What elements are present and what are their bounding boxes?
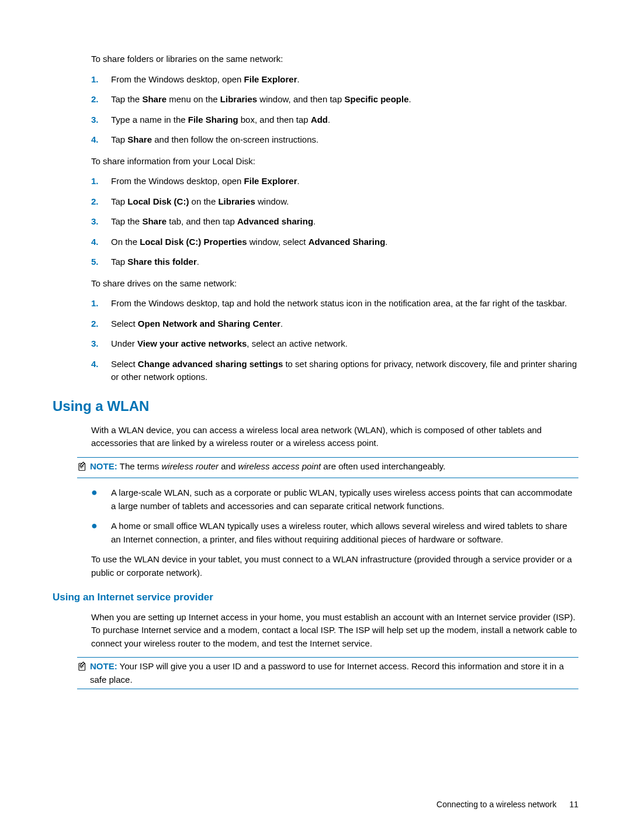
isp-note: NOTE: Your ISP will give you a user ID a… xyxy=(77,657,578,689)
bold-text: File Explorer xyxy=(244,176,297,186)
step-text: From the Windows desktop, tap and hold t… xyxy=(111,297,578,310)
step-item: 5.Tap Share this folder. xyxy=(91,255,578,269)
section3-intro: To share drives on the same network: xyxy=(91,277,578,291)
step-text: Tap Local Disk (C:) on the Libraries win… xyxy=(111,195,578,209)
bold-text: Local Disk (C:) xyxy=(127,196,189,206)
step-text: From the Windows desktop, open File Expl… xyxy=(111,73,578,87)
isp-note-text: NOTE: Your ISP will give you a user ID a… xyxy=(90,660,578,686)
step-item: 2.Select Open Network and Sharing Center… xyxy=(91,317,578,331)
note-label: NOTE: xyxy=(90,461,120,471)
bold-text: File Sharing xyxy=(188,115,238,125)
step-item: 1.From the Windows desktop, open File Ex… xyxy=(91,175,578,188)
bullet-dot: ● xyxy=(91,486,111,513)
bold-text: Libraries xyxy=(218,196,255,206)
bold-text: Specific people xyxy=(344,94,408,104)
bold-text: View your active networks xyxy=(137,338,247,348)
section2-intro: To share information from your Local Dis… xyxy=(91,155,578,168)
step-text: Tap Share this folder. xyxy=(111,255,578,269)
step-number: 1. xyxy=(91,73,111,87)
bullet-item: ●A home or small office WLAN typically u… xyxy=(91,520,578,546)
step-number: 3. xyxy=(91,113,111,127)
wlan-note-text: NOTE: The terms wireless router and wire… xyxy=(90,460,578,473)
isp-para: When you are setting up Internet access … xyxy=(91,611,578,651)
bullet-text: A home or small office WLAN typically us… xyxy=(111,520,578,546)
step-item: 3.Type a name in the File Sharing box, a… xyxy=(91,113,578,127)
bold-text: File Explorer xyxy=(244,74,297,84)
section2-steps: 1.From the Windows desktop, open File Ex… xyxy=(91,175,578,269)
bold-text: Advanced Sharing xyxy=(308,237,386,247)
step-number: 4. xyxy=(91,236,111,249)
step-number: 3. xyxy=(91,215,111,229)
note-icon xyxy=(77,661,88,676)
bold-text: Change advanced sharing settings xyxy=(138,359,283,369)
footer-page-number: 11 xyxy=(569,800,578,809)
step-item: 4.Tap Share and then follow the on-scree… xyxy=(91,133,578,147)
isp-note-body: Your ISP will give you a user ID and a p… xyxy=(90,661,564,685)
step-text: Type a name in the File Sharing box, and… xyxy=(111,113,578,127)
bullet-item: ●A large-scale WLAN, such as a corporate… xyxy=(91,486,578,513)
italic-text: wireless access point xyxy=(238,461,321,471)
wlan-closing: To use the WLAN device in your tablet, y… xyxy=(91,553,578,579)
step-text: Tap the Share menu on the Libraries wind… xyxy=(111,93,578,106)
step-text: Under View your active networks, select … xyxy=(111,337,578,351)
bold-text: Libraries xyxy=(220,94,257,104)
step-item: 1.From the Windows desktop, tap and hold… xyxy=(91,297,578,310)
step-text: Select Open Network and Sharing Center. xyxy=(111,317,578,331)
step-item: 3.Under View your active networks, selec… xyxy=(91,337,578,351)
step-item: 4.On the Local Disk (C:) Properties wind… xyxy=(91,236,578,249)
step-number: 1. xyxy=(91,175,111,188)
step-text: From the Windows desktop, open File Expl… xyxy=(111,175,578,188)
step-text: On the Local Disk (C:) Properties window… xyxy=(111,236,578,249)
section1-steps: 1.From the Windows desktop, open File Ex… xyxy=(91,73,578,147)
isp-heading: Using an Internet service provider xyxy=(53,590,578,605)
note-icon xyxy=(77,461,88,476)
step-item: 2.Tap Local Disk (C:) on the Libraries w… xyxy=(91,195,578,209)
bullet-text: A large-scale WLAN, such as a corporate … xyxy=(111,486,578,513)
italic-text: wireless router xyxy=(162,461,219,471)
bold-text: Open Network and Sharing Center xyxy=(138,319,280,329)
bold-text: Share this folder xyxy=(127,257,196,267)
bullet-dot: ● xyxy=(91,520,111,546)
step-number: 4. xyxy=(91,358,111,384)
step-number: 2. xyxy=(91,195,111,209)
bold-text: Advanced sharing xyxy=(237,216,313,226)
step-number: 5. xyxy=(91,255,111,269)
wlan-heading: Using a WLAN xyxy=(53,396,578,417)
bold-text: Share xyxy=(142,94,167,104)
wlan-note: NOTE: The terms wireless router and wire… xyxy=(77,457,578,479)
wlan-para: With a WLAN device, you can access a wir… xyxy=(91,424,578,450)
wlan-bullets: ●A large-scale WLAN, such as a corporate… xyxy=(91,486,578,546)
step-number: 3. xyxy=(91,337,111,351)
bold-text: Add xyxy=(311,115,328,125)
footer-text: Connecting to a wireless network xyxy=(436,800,556,809)
step-item: 4.Select Change advanced sharing setting… xyxy=(91,358,578,384)
bold-text: Share xyxy=(127,134,152,144)
page-footer: Connecting to a wireless network 11 xyxy=(436,798,578,811)
bold-text: Share xyxy=(142,216,167,226)
step-text: Select Change advanced sharing settings … xyxy=(111,358,578,384)
step-item: 1.From the Windows desktop, open File Ex… xyxy=(91,73,578,87)
step-number: 2. xyxy=(91,317,111,331)
step-text: Tap Share and then follow the on-screen … xyxy=(111,133,578,147)
note-label: NOTE: xyxy=(90,661,117,671)
bold-text: Local Disk (C:) Properties xyxy=(140,237,247,247)
step-number: 4. xyxy=(91,133,111,147)
step-number: 2. xyxy=(91,93,111,106)
section1-intro: To share folders or libraries on the sam… xyxy=(91,53,578,66)
step-number: 1. xyxy=(91,297,111,310)
section3-steps: 1.From the Windows desktop, tap and hold… xyxy=(91,297,578,384)
step-item: 2.Tap the Share menu on the Libraries wi… xyxy=(91,93,578,106)
step-text: Tap the Share tab, and then tap Advanced… xyxy=(111,215,578,229)
step-item: 3.Tap the Share tab, and then tap Advanc… xyxy=(91,215,578,229)
